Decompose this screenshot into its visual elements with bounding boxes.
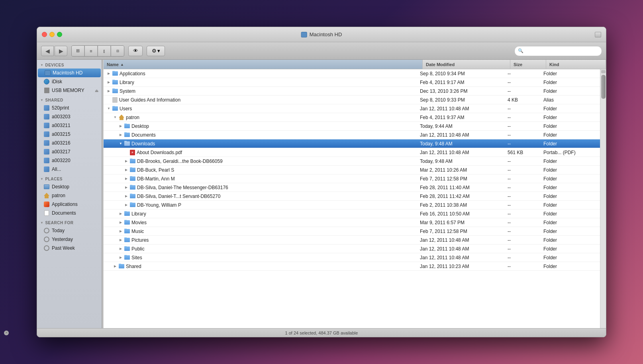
sidebar-item-a003215[interactable]: a003215 (37, 130, 102, 139)
expand-triangle[interactable]: ▶ (124, 177, 128, 181)
forward-button[interactable]: ▶ (55, 46, 67, 56)
sidebar-item-idisk[interactable]: iDisk (37, 77, 102, 86)
expand-triangle[interactable]: ▶ (119, 133, 123, 137)
applications-icon (43, 201, 50, 207)
table-row[interactable]: ▶ Applications Sep 8, 2010 9:34 PM -- Fo… (104, 69, 600, 78)
file-name-cell: ▶ Documents (104, 132, 417, 138)
table-row[interactable]: ▼ patron Feb 4, 2011 9:37 AM -- Folder (104, 113, 600, 122)
sidebar-item-documents[interactable]: Documents (37, 209, 102, 217)
table-row[interactable]: ▶ DB-Silva, Daniel-T...t Servant-DB65270… (104, 192, 600, 201)
expand-triangle[interactable]: ▶ (124, 194, 128, 198)
sidebar-item-a003216[interactable]: a003216 (37, 139, 102, 147)
expand-triangle[interactable]: ▶ (124, 203, 128, 207)
folder-icon (112, 89, 118, 93)
sidebar-item-a003203[interactable]: a003203 (37, 112, 102, 121)
sidebar-item-applications[interactable]: Applications (37, 200, 102, 209)
sidebar-item-520print[interactable]: 520print (37, 104, 102, 112)
expand-triangle[interactable]: ▶ (119, 229, 123, 233)
table-row[interactable]: ▶ Shared Jan 12, 2011 10:23 AM -- Folder (104, 262, 600, 271)
maximize-button[interactable] (57, 32, 62, 37)
file-kind-cell: Folder (540, 185, 600, 190)
table-row[interactable]: ▶ DB-Buck, Pearl S Mar 2, 2011 10:26 AM … (104, 166, 600, 174)
expand-triangle[interactable]: ▶ (107, 89, 111, 93)
file-size-cell: -- (504, 237, 540, 243)
sidebar-item-yesterday[interactable]: Yesterday (37, 235, 102, 244)
scrollbar-thumb[interactable] (601, 75, 606, 99)
table-row[interactable]: ▶ User Guides And Information Sep 8, 201… (104, 96, 600, 104)
table-row[interactable]: ▶ Music Feb 7, 2011 12:58 PM -- Folder (104, 227, 600, 236)
sidebar-item-a003220[interactable]: a003220 (37, 156, 102, 165)
expand-triangle[interactable]: ▶ (119, 124, 123, 128)
table-row[interactable]: ▶ Public Jan 12, 2011 10:48 AM -- Folder (104, 245, 600, 253)
back-button[interactable]: ◀ (41, 46, 54, 56)
table-row[interactable]: ▶ Sites Jan 12, 2011 10:48 AM -- Folder (104, 253, 600, 262)
expand-triangle[interactable]: ▶ (119, 212, 123, 216)
expand-triangle[interactable]: ▼ (113, 115, 117, 119)
sidebar: ▼ DEVICES Macintosh HD iDisk USB MEMORY … (37, 60, 102, 328)
sidebar-item-past-week[interactable]: Past Week (37, 244, 102, 252)
file-date-cell: Jan 12, 2011 10:48 AM (417, 150, 504, 155)
table-row[interactable]: ▶ DB-Brooks, Geraldi...the Book-DB66059 … (104, 157, 600, 166)
expand-triangle[interactable]: ▶ (119, 221, 123, 225)
sidebar-item-label: a003203 (52, 114, 71, 119)
close-button[interactable] (42, 32, 47, 37)
sidebar-item-patron[interactable]: patron (37, 191, 102, 200)
expand-triangle[interactable]: ▶ (119, 238, 123, 242)
table-row[interactable]: ▼ Downloads Today, 9:48 AM -- Folder (104, 139, 600, 148)
file-name-cell: ▶ Music (104, 229, 417, 234)
expand-triangle[interactable]: ▶ (124, 168, 128, 172)
file-name-cell: ▼ patron (104, 115, 417, 120)
sidebar-item-macintosh-hd[interactable]: Macintosh HD (38, 68, 101, 77)
table-row[interactable]: ▶ DB-Silva, Daniel-The Messenger-DB63176… (104, 183, 600, 192)
table-row[interactable]: ▶ Library Feb 4, 2011 9:17 AM -- Folder (104, 78, 600, 87)
kind-column-header[interactable]: Kind (546, 60, 606, 69)
scroll-up-arrow[interactable] (601, 70, 606, 73)
sidebar-item-desktop[interactable]: Desktop (37, 182, 102, 191)
toolbar: ◀ ▶ ⊞ ≡ ⫿ ⧈ 👁 ⚙ ▾ (37, 42, 606, 60)
expand-triangle[interactable]: ▶ (113, 264, 117, 268)
resize-button[interactable] (595, 32, 601, 37)
expand-triangle[interactable]: ▶ (119, 256, 123, 260)
table-row[interactable]: ▶ Pictures Jan 12, 2011 10:48 AM -- Fold… (104, 236, 600, 245)
expand-triangle[interactable]: ▶ (107, 80, 111, 84)
size-column-header[interactable]: Size (510, 60, 546, 69)
scrollbar[interactable] (600, 69, 606, 328)
list-view-button[interactable]: ≡ (85, 46, 98, 56)
action-button[interactable]: ⚙ ▾ (147, 46, 165, 56)
table-row[interactable]: ▶ Library Feb 16, 2011 10:50 AM -- Folde… (104, 209, 600, 218)
icon-view-button[interactable]: ⊞ (72, 46, 84, 56)
search-box[interactable]: 🔍 (514, 46, 602, 56)
expand-triangle[interactable]: ▼ (119, 142, 123, 146)
minimize-button[interactable] (49, 32, 55, 37)
search-input[interactable] (523, 48, 598, 54)
file-kind-cell: Folder (540, 202, 600, 208)
date-column-header[interactable]: Date Modified (423, 60, 510, 69)
home-folder-icon (119, 115, 124, 120)
table-row[interactable]: ▶ System Dec 13, 2010 3:26 PM -- Folder (104, 87, 600, 96)
sidebar-item-usb-memory[interactable]: USB MEMORY ⏏ (37, 86, 102, 95)
sidebar-item-today[interactable]: Today (37, 226, 102, 235)
expand-triangle[interactable]: ▶ (119, 247, 123, 251)
file-name: DB-Young, William P (137, 202, 181, 208)
table-row[interactable]: ▶ DB-Martin, Ann M Feb 7, 2011 12:58 PM … (104, 174, 600, 183)
table-row[interactable]: ▶ P About Downloads.pdf Jan 12, 2011 10:… (104, 148, 600, 157)
preview-button[interactable]: 👁 (128, 46, 143, 56)
desktop-icon (43, 184, 50, 190)
sidebar-item-a003217[interactable]: a003217 (37, 147, 102, 156)
eye-icon: 👁 (133, 48, 138, 54)
coverflow-view-button[interactable]: ⧈ (111, 46, 124, 56)
table-row[interactable]: ▶ DB-Young, William P Feb 2, 2011 10:38 … (104, 201, 600, 209)
table-row[interactable]: ▶ Desktop Today, 9:44 AM -- Folder (104, 122, 600, 131)
name-column-header[interactable]: Name ▲ (104, 60, 423, 69)
table-row[interactable]: ▶ Documents Jan 12, 2011 10:48 AM -- Fol… (104, 131, 600, 139)
expand-triangle[interactable]: ▶ (124, 159, 128, 163)
table-row[interactable]: ▶ Movies Mar 9, 2011 6:57 PM -- Folder (104, 218, 600, 227)
expand-triangle[interactable]: ▶ (124, 186, 128, 190)
column-view-button[interactable]: ⫿ (98, 46, 111, 56)
expand-triangle[interactable]: ▶ (107, 72, 111, 76)
table-row[interactable]: ▼ Users Jan 12, 2011 10:48 AM -- Folder (104, 104, 600, 113)
documents-icon (43, 210, 50, 216)
sidebar-item-a003211[interactable]: a003211 (37, 121, 102, 130)
expand-triangle[interactable]: ▼ (107, 107, 111, 111)
sidebar-item-all[interactable]: All... (37, 165, 102, 174)
